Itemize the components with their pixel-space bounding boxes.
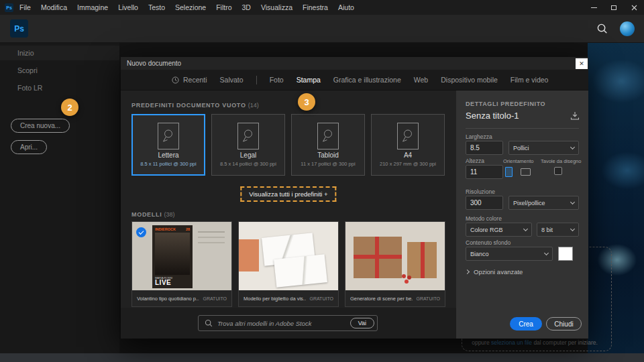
tab-foto[interactable]: Foto xyxy=(270,76,284,84)
template-grid: INDIEROCK28 MARIA ROSSI LIVE Volantino t… xyxy=(131,221,445,307)
menu-visualizza[interactable]: Visualizza xyxy=(261,3,292,11)
poster-live: LIVE xyxy=(155,280,190,286)
blank-document-icon xyxy=(237,123,259,149)
menu-file[interactable]: File xyxy=(19,3,31,11)
preset-card-legal[interactable]: Legal 8.5 x 14 pollici @ 300 ppi xyxy=(211,114,285,176)
width-unit-select[interactable]: Pollici xyxy=(508,141,579,155)
preset-name: Tabloid xyxy=(317,152,339,159)
document-name-field[interactable]: Senza titolo-1 xyxy=(466,111,519,121)
portrait-icon xyxy=(505,167,513,177)
dialog-body: PREDEFINITI DOCUMENTO VUOTO (14) Lettera… xyxy=(121,90,588,339)
preset-card-a4[interactable]: A4 210 x 297 mm @ 300 ppi xyxy=(371,114,445,176)
template-card-flyer[interactable]: INDIEROCK28 MARIA ROSSI LIVE Volantino t… xyxy=(131,221,232,307)
template-price-badge: GRATUITO xyxy=(309,296,333,301)
preset-specs: 8.5 x 11 pollici @ 300 ppi xyxy=(140,161,196,167)
preset-grid: Lettera 8.5 x 11 pollici @ 300 ppi Legal… xyxy=(131,114,445,176)
stock-search-input[interactable]: Trova altri modelli in Adobe Stock Vai xyxy=(198,315,378,331)
search-icon[interactable] xyxy=(596,23,608,34)
preset-card-tabloid[interactable]: Tabloid 11 x 17 pollici @ 300 ppi xyxy=(291,114,365,176)
home-screen: Inizio Scopri Foto LR Crea nuova... Apri… xyxy=(0,43,644,362)
tab-salvato[interactable]: Salvato xyxy=(220,76,244,84)
orientation-label: Orientamento xyxy=(503,158,533,164)
dialog-title: Nuovo documento xyxy=(127,60,181,67)
tab-stampa[interactable]: Stampa xyxy=(297,76,321,84)
divider xyxy=(466,128,579,129)
blank-document-icon xyxy=(397,123,419,149)
account-avatar[interactable] xyxy=(620,21,635,36)
presets-heading: PREDEFINITI DOCUMENTO VUOTO (14) xyxy=(131,102,259,109)
chevron-down-icon xyxy=(523,227,528,231)
window-controls xyxy=(584,0,644,15)
resolution-unit-select[interactable]: Pixel/pollice xyxy=(508,196,579,210)
template-thumbnail-flyer: INDIEROCK28 MARIA ROSSI LIVE xyxy=(132,222,231,290)
menu-aiuto[interactable]: Aiuto xyxy=(338,3,354,11)
chevron-down-icon xyxy=(570,145,575,149)
coach-mark-step-2[interactable]: 2 xyxy=(61,99,78,116)
dialog-tabs: Recenti Salvato Foto Stampa Grafica e il… xyxy=(121,70,588,90)
resolution-input[interactable]: 300 xyxy=(466,196,503,210)
appbar-right xyxy=(596,21,635,36)
background-contents-label: Contenuto sfondo xyxy=(466,239,511,246)
color-mode-label: Metodo colore xyxy=(466,215,502,222)
width-label: Larghezza xyxy=(466,133,492,140)
resolution-label: Risoluzione xyxy=(466,188,495,195)
template-name: Modello per biglietto da vis... xyxy=(244,296,306,302)
menu-filtro[interactable]: Filtro xyxy=(216,3,231,11)
menu-livello[interactable]: Livello xyxy=(118,3,138,11)
close-button[interactable]: Chiudi xyxy=(546,317,582,330)
menu-testo[interactable]: Testo xyxy=(148,3,165,11)
photoshop-window: Ps File Modifica Immagine Livello Testo … xyxy=(0,0,644,362)
menubar: File Modifica Immagine Livello Testo Sel… xyxy=(19,3,354,11)
app-toolbar: Ps xyxy=(0,15,644,43)
menu-immagine[interactable]: Immagine xyxy=(77,3,108,11)
save-preset-icon[interactable] xyxy=(570,111,580,120)
color-mode-select[interactable]: Colore RGB xyxy=(466,223,532,237)
preset-card-lettera[interactable]: Lettera 8.5 x 11 pollici @ 300 ppi xyxy=(131,114,205,176)
landscape-icon xyxy=(521,168,531,176)
template-name: Generatore di scene per be... xyxy=(350,296,413,302)
create-button[interactable]: Crea xyxy=(510,317,542,330)
tab-grafica[interactable]: Grafica e illustrazione xyxy=(333,76,401,84)
maximize-button[interactable] xyxy=(604,0,624,15)
preset-specs: 11 x 17 pollici @ 300 ppi xyxy=(301,161,355,167)
view-all-presets-button[interactable]: Visualizza tutti i predefiniti + xyxy=(240,186,336,202)
menu-finestra[interactable]: Finestra xyxy=(303,3,328,11)
tab-dispositivo-mobile[interactable]: Dispositivo mobile xyxy=(441,76,498,84)
orientation-portrait-button[interactable] xyxy=(502,165,515,179)
tab-recenti[interactable]: Recenti xyxy=(172,76,207,84)
clock-icon xyxy=(172,76,179,84)
template-thumbnail-scene-generator xyxy=(345,222,445,290)
template-card-business-card[interactable]: Modello per biglietto da vis... GRATUITO xyxy=(238,221,339,307)
bit-depth-select[interactable]: 8 bit xyxy=(537,223,579,237)
advanced-options-toggle[interactable]: Opzioni avanzate xyxy=(466,268,523,276)
coach-mark-step-3[interactable]: 3 xyxy=(298,93,315,111)
width-input[interactable]: 8.5 xyxy=(466,141,503,155)
minimize-button[interactable] xyxy=(584,0,604,15)
template-card-scene-generator[interactable]: Generatore di scene per be... GRATUITO xyxy=(345,221,445,307)
background-contents-select[interactable]: Bianco xyxy=(466,247,553,261)
menu-selezione[interactable]: Selezione xyxy=(175,3,206,11)
tab-divider xyxy=(256,76,257,84)
orientation-landscape-button[interactable] xyxy=(519,165,532,179)
stock-search-go-button[interactable]: Vai xyxy=(350,318,374,328)
height-input[interactable]: 11 xyxy=(466,165,503,179)
selected-check-icon xyxy=(136,227,146,237)
menu-modifica[interactable]: Modifica xyxy=(41,3,67,11)
close-window-button[interactable] xyxy=(624,0,644,15)
blank-document-icon xyxy=(158,123,179,149)
background-color-swatch[interactable] xyxy=(558,247,573,261)
template-price-badge: GRATUITO xyxy=(203,296,227,301)
poster-issue: 28 xyxy=(186,227,190,231)
tab-recenti-label: Recenti xyxy=(183,76,207,84)
templates-heading: MODELLI (38) xyxy=(131,211,175,218)
artboards-checkbox[interactable] xyxy=(554,167,562,175)
artboards-label: Tavole da disegno xyxy=(541,158,581,164)
dialog-close-button[interactable]: ✕ xyxy=(576,58,588,69)
tab-film-e-video[interactable]: Film e video xyxy=(511,76,549,84)
preset-name: A4 xyxy=(404,152,412,159)
dialog-content: PREDEFINITI DOCUMENTO VUOTO (14) Lettera… xyxy=(121,90,456,339)
poster-brand: INDIEROCK xyxy=(155,227,176,231)
preset-name: Lettera xyxy=(158,152,178,159)
menu-3d[interactable]: 3D xyxy=(242,3,251,11)
tab-web[interactable]: Web xyxy=(414,76,428,84)
